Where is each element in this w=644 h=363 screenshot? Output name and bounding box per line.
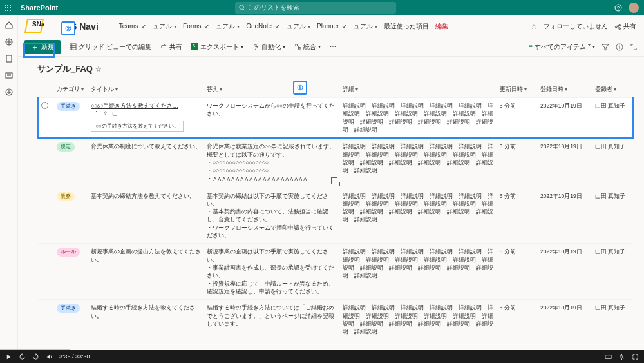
col-regdate[interactable]: 登録日時▾ [538, 83, 592, 98]
create-icon[interactable] [5, 88, 14, 97]
globe-icon[interactable] [5, 37, 14, 46]
table-row[interactable]: 規定育児休業の制度について教えてください。育児休業は就業規定の○○条に記載されて… [38, 138, 633, 188]
col-answer[interactable]: 答え▾ [204, 83, 340, 98]
svg-point-4 [7, 7, 8, 8]
table-row[interactable]: 手続き○○の手続き方法を教えてくださ…⋮⇪▢○○の手続き方法を教えてください。ワ… [38, 98, 633, 139]
fullscreen-icon[interactable] [632, 353, 639, 360]
nav-recent[interactable]: 最近使った項目 [384, 22, 429, 31]
video-time: 3:36 / 33:30 [59, 353, 90, 360]
files-icon[interactable] [5, 54, 14, 63]
item-author: 山田 真知子 [592, 98, 633, 139]
svg-point-3 [5, 7, 6, 8]
share-row-icon[interactable]: ⇪ [103, 110, 108, 117]
video-player-bar: 3:36 / 33:30 [0, 350, 644, 363]
nav-onenote[interactable]: OneNote マニュアル▾ [246, 22, 310, 31]
cc-icon[interactable] [605, 353, 612, 360]
cmd-integrate[interactable]: 統合▾ [294, 43, 321, 52]
table-row[interactable]: 手続き結婚する時の手続き方法を教えてください。結婚する時の手続き方法については「… [38, 300, 633, 340]
follow-status[interactable]: フォローしていません [544, 22, 608, 31]
svg-rect-38 [605, 355, 611, 358]
suite-action-1[interactable]: ⋯ [601, 5, 608, 12]
nav-forms[interactable]: Forms マニュアル▾ [183, 22, 240, 31]
item-updated: 6 分前 [497, 300, 538, 340]
svg-point-7 [7, 10, 8, 11]
item-detail: 詳細説明 詳細説明 詳細説明 詳細説明 詳細説明 詳細説明 詳細説明 詳細説明 … [340, 98, 497, 139]
nav-edit[interactable]: 編集 [435, 22, 448, 31]
site-share-button[interactable]: 共有 [614, 22, 636, 31]
share-icon [160, 43, 167, 50]
search-placeholder: このリストを検索 [248, 3, 299, 12]
help-icon[interactable]: ? [614, 4, 622, 12]
svg-point-33 [620, 44, 620, 45]
news-icon[interactable] [5, 71, 14, 80]
site-logo[interactable]: SNa [26, 19, 64, 34]
col-title[interactable]: タイトル▾ [88, 83, 204, 98]
col-category[interactable]: カテゴリ▾ [54, 83, 88, 98]
svg-marker-34 [7, 354, 11, 358]
nav-teams[interactable]: Teams マニュアル▾ [119, 22, 176, 31]
cmd-more[interactable]: ⋯ [330, 43, 336, 50]
info-icon[interactable] [616, 43, 623, 51]
table-row[interactable]: 業務基本契約の締結方法を教えてください。基本契約の締結は以下の手順で実施してくだ… [38, 188, 633, 244]
callout-1: ① [293, 81, 307, 95]
suite-app-name[interactable]: SharePoint [15, 4, 58, 12]
more-icon[interactable]: ⋮ [93, 110, 99, 117]
item-regdate: 2022年10月19日 [538, 98, 592, 139]
integrate-icon [294, 43, 301, 50]
item-title[interactable]: 新規事業の企画の提出方法を教えてください。 [91, 248, 201, 262]
item-regdate: 2022年10月19日 [538, 300, 592, 340]
video-progress[interactable] [0, 349, 644, 350]
svg-rect-14 [6, 55, 12, 62]
item-detail: 詳細説明 詳細説明 詳細説明 詳細説明 詳細説明 詳細説明 詳細説明 詳細説明 … [340, 300, 497, 340]
forward-icon[interactable] [32, 353, 39, 360]
col-updated[interactable]: 更新日時▾ [497, 83, 538, 98]
favorite-icon[interactable]: ☆ [95, 65, 102, 74]
view-switcher[interactable]: ≡ すべてのアイテム*▾ [529, 43, 595, 52]
follow-star-icon[interactable]: ☆ [531, 23, 537, 31]
item-title[interactable]: 基本契約の締結方法を教えてください。 [91, 193, 195, 199]
suite-search[interactable]: このリストを検索 [235, 2, 396, 14]
expand-icon[interactable] [630, 43, 638, 51]
item-regdate: 2022年10月19日 [538, 188, 592, 244]
cmd-gridview[interactable]: グリッド ビューでの編集 [70, 43, 151, 52]
col-detail[interactable]: 詳細▾ [340, 83, 497, 98]
svg-point-1 [7, 5, 8, 6]
home-icon[interactable] [5, 21, 14, 30]
row-select[interactable] [41, 102, 48, 109]
rewind-icon[interactable] [19, 353, 26, 360]
cmd-share[interactable]: 共有 [160, 43, 182, 52]
plus-icon: ＋ [31, 43, 39, 51]
item-updated: 6 分前 [497, 188, 538, 244]
nav-planner[interactable]: Planner マニュアル▾ [317, 22, 377, 31]
item-detail: 詳細説明 詳細説明 詳細説明 詳細説明 詳細説明 詳細説明 詳細説明 詳細説明 … [340, 138, 497, 188]
svg-marker-37 [47, 354, 50, 358]
search-icon [239, 5, 245, 11]
svg-marker-35 [21, 353, 23, 356]
svg-marker-36 [36, 353, 37, 356]
svg-point-21 [619, 24, 621, 26]
item-title[interactable]: 結婚する時の手続き方法を教えてください。 [91, 304, 195, 319]
col-author[interactable]: 登録者▾ [592, 83, 633, 98]
play-icon[interactable] [5, 353, 12, 360]
table-row[interactable]: ルール新規事業の企画の提出方法を教えてください。新規事業の企画は以下の手順で実施… [38, 244, 633, 300]
settings-icon[interactable] [618, 353, 625, 360]
app-launcher[interactable] [0, 0, 15, 15]
volume-icon[interactable] [46, 353, 53, 360]
user-avatar[interactable] [629, 3, 639, 13]
open-icon[interactable] [331, 177, 337, 184]
item-title[interactable]: ○○の手続き方法を教えてくださ… [91, 103, 178, 109]
new-item-button[interactable]: ＋ 新規 [24, 40, 61, 54]
category-pill: 業務 [57, 192, 75, 201]
comment-icon[interactable]: ▢ [112, 110, 118, 117]
cmd-automate[interactable]: 自動化▾ [252, 43, 285, 52]
list-title: サンプル_FAQ ☆ [37, 63, 634, 75]
svg-line-10 [243, 9, 245, 11]
filter-icon[interactable] [601, 43, 609, 51]
item-title[interactable]: 育児休業の制度について教えてください。 [91, 143, 201, 150]
item-author: 山田 真知子 [592, 188, 633, 244]
site-header: SNa S Navi Teams マニュアル▾ Forms マニュアル▾ One… [18, 15, 644, 37]
share-icon [614, 23, 621, 30]
cmd-export[interactable]: エクスポート▾ [191, 43, 243, 52]
item-answer: 基本契約の締結は以下の手順で実施してください。 ・基本契約書の内容について、法務… [204, 188, 340, 244]
item-updated: 6 分前 [497, 138, 538, 188]
